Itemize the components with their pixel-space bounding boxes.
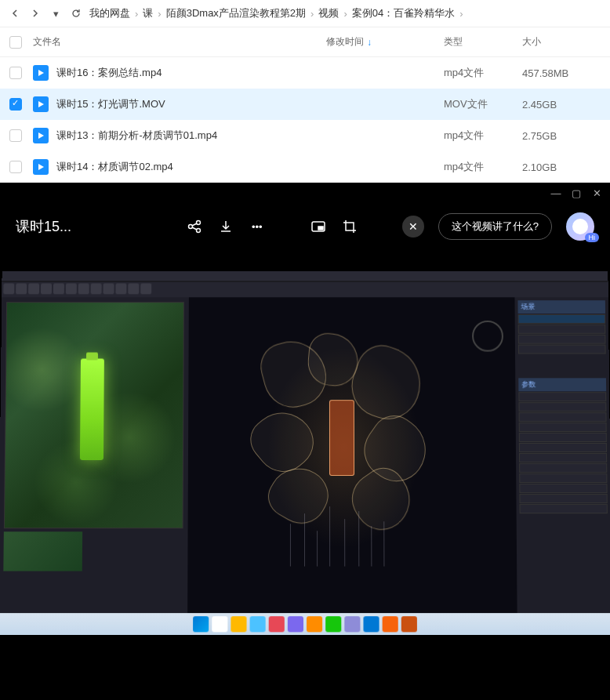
- chevron-right-icon: ›: [158, 8, 161, 20]
- ai-avatar[interactable]: Hi: [566, 212, 594, 241]
- crumb-2[interactable]: 陌颜3Dmax产品渲染教程第2期: [166, 6, 306, 20]
- pip-icon[interactable]: [310, 218, 327, 235]
- dismiss-button[interactable]: ✕: [402, 216, 424, 238]
- file-type: mp4文件: [444, 129, 522, 143]
- breadcrumb: 我的网盘› 课› 陌颜3Dmax产品渲染教程第2期› 视频› 案例04：百雀羚精…: [89, 6, 463, 20]
- svg-point-0: [188, 225, 192, 229]
- file-type: MOV文件: [444, 97, 522, 111]
- ai-prompt-button[interactable]: 这个视频讲了什么?: [438, 213, 552, 240]
- back-button[interactable]: [8, 6, 22, 20]
- video-file-icon: [33, 96, 49, 112]
- minimize-button[interactable]: —: [550, 187, 561, 198]
- header-size[interactable]: 大小: [522, 35, 601, 49]
- crumb-1[interactable]: 课: [143, 6, 153, 20]
- file-row[interactable]: 课时13：前期分析-材质调节01.mp4 mp4文件 2.75GB: [0, 120, 610, 151]
- viewport-3d: [187, 297, 517, 615]
- start-icon: [193, 616, 209, 632]
- dropdown-button[interactable]: ▾: [49, 6, 63, 20]
- file-row[interactable]: 课时14：材质调节02.mp4 mp4文件 2.10GB: [0, 151, 610, 183]
- file-row[interactable]: 课时16：案例总结.mp4 mp4文件 457.58MB: [0, 57, 610, 89]
- file-size: 2.45GB: [522, 99, 601, 111]
- video-file-icon: [33, 128, 49, 143]
- file-size: 2.75GB: [522, 130, 601, 142]
- task-icon: [288, 616, 303, 632]
- command-panel: 场景 参数: [514, 297, 610, 615]
- forward-button[interactable]: [28, 6, 42, 20]
- video-content[interactable]: 场景 参数: [0, 250, 610, 689]
- video-title: 课时15...: [16, 217, 71, 236]
- product-wireframe: [329, 400, 354, 476]
- chevron-right-icon: ›: [310, 8, 314, 20]
- task-icon: [269, 616, 285, 632]
- file-name: 课时16：案例总结.mp4: [56, 66, 326, 80]
- row-checkbox[interactable]: [9, 67, 22, 79]
- nav-bar: ▾ 我的网盘› 课› 陌颜3Dmax产品渲染教程第2期› 视频› 案例04：百雀…: [0, 0, 610, 27]
- file-size: 2.10GB: [522, 161, 601, 173]
- hi-badge: Hi: [585, 233, 600, 242]
- crumb-3[interactable]: 视频: [318, 6, 339, 20]
- video-player: — ▢ ✕ 课时15... ••• ✕ 这个视频讲了什么? Hi: [0, 183, 610, 700]
- more-icon[interactable]: •••: [249, 218, 266, 235]
- row-checkbox[interactable]: [9, 161, 22, 173]
- app-toolbar: [2, 282, 608, 298]
- file-name: 课时13：前期分析-材质调节01.mp4: [56, 129, 326, 143]
- header-date[interactable]: 修改时间↓: [326, 35, 444, 49]
- file-type: mp4文件: [444, 160, 522, 174]
- crumb-4[interactable]: 案例04：百雀羚精华水: [352, 6, 455, 20]
- task-icon: [363, 616, 379, 632]
- viewcube-icon: [472, 321, 503, 352]
- thumbnail: [3, 531, 82, 571]
- maximize-button[interactable]: ▢: [571, 187, 582, 198]
- task-icon: [401, 616, 417, 632]
- task-icon: [307, 616, 322, 632]
- crumb-root[interactable]: 我的网盘: [89, 6, 130, 20]
- svg-point-1: [196, 221, 200, 225]
- file-type: mp4文件: [444, 66, 522, 80]
- video-file-icon: [33, 159, 49, 175]
- crop-icon[interactable]: [341, 218, 358, 235]
- sort-down-icon: ↓: [367, 37, 372, 48]
- table-header: 文件名 修改时间↓ 类型 大小: [0, 27, 610, 57]
- reference-panel: [0, 297, 189, 615]
- chevron-right-icon: ›: [459, 8, 463, 20]
- task-icon: [325, 616, 341, 632]
- windows-taskbar: [0, 613, 610, 635]
- video-toolbar: 课时15... ••• ✕ 这个视频讲了什么? Hi: [0, 203, 610, 250]
- video-file-icon: [33, 65, 49, 81]
- select-all-checkbox[interactable]: [9, 36, 22, 49]
- svg-rect-4: [318, 227, 323, 230]
- app-menubar: [2, 271, 608, 282]
- file-row[interactable]: 课时15：灯光调节.MOV MOV文件 2.45GB: [0, 89, 610, 120]
- download-icon[interactable]: [217, 218, 234, 235]
- reference-image: [4, 302, 184, 528]
- refresh-button[interactable]: [69, 6, 83, 20]
- task-icon: [344, 616, 360, 632]
- share-icon[interactable]: [186, 218, 203, 235]
- product-bottle: [80, 358, 104, 460]
- task-icon: [383, 616, 398, 632]
- svg-point-2: [196, 229, 200, 233]
- row-checkbox[interactable]: [9, 98, 22, 111]
- file-name: 课时15：灯光调节.MOV: [56, 97, 326, 111]
- window-titlebar: — ▢ ✕: [0, 183, 610, 203]
- row-checkbox[interactable]: [9, 129, 22, 142]
- task-icon: [231, 616, 246, 632]
- header-type[interactable]: 类型: [444, 35, 522, 49]
- close-button[interactable]: ✕: [591, 187, 602, 198]
- video-letterbox: [0, 689, 610, 700]
- header-name[interactable]: 文件名: [33, 35, 326, 49]
- task-icon: [212, 616, 227, 632]
- file-size: 457.58MB: [522, 67, 601, 79]
- chevron-right-icon: ›: [135, 8, 138, 20]
- chevron-right-icon: ›: [343, 8, 347, 20]
- file-name: 课时14：材质调节02.mp4: [56, 160, 326, 174]
- task-icon: [250, 616, 266, 632]
